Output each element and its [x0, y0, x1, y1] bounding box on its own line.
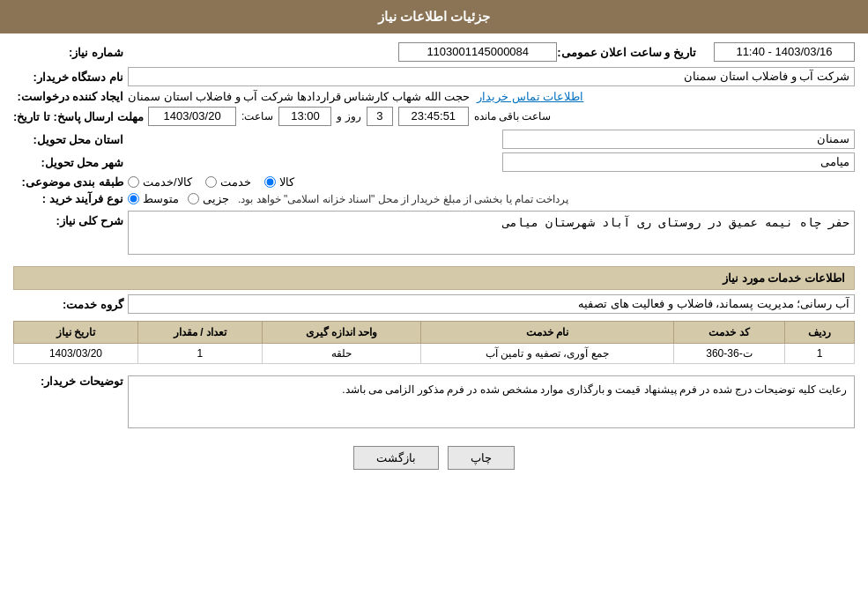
label-toseahKharidbar: توضیحات خریدار:: [13, 375, 128, 388]
radio-kala-khadamat[interactable]: [128, 176, 139, 188]
col-namKhadamat: نام خدمت: [421, 322, 673, 344]
radio-label-kala-khadamat: کالا/خدمت: [143, 175, 192, 189]
row-namDastgah: نام دستگاه خریدار: شرکت آب و فاضلاب استا…: [13, 67, 855, 86]
radio-label-kala: کالا: [279, 175, 294, 189]
field-mohlatRoz: 3: [367, 107, 393, 126]
radio-item-kala: کالا: [264, 175, 294, 189]
value-toseahKharidbar-container: رعایت کلیه توضیحات درج شده در فرم پیشنها…: [128, 371, 855, 433]
label-tarifeBandi: طبقه بندی موضوعی:: [13, 175, 128, 189]
field-groohKhadamat: آب رسانی؛ مدیریت پسماند، فاضلاب و فعالیت…: [128, 294, 855, 314]
label-shahrTahvil: شهر محل تحویل:: [13, 156, 128, 169]
row-sharhKolli: شرح کلی نیاز:: [13, 211, 855, 257]
radio-kala[interactable]: [264, 176, 276, 188]
radio-item-kala-khadamat: کالا/خدمت: [128, 175, 192, 189]
row-toseahKharidbar: توضیحات خریدار: رعایت کلیه توضیحات درج ش…: [13, 371, 855, 433]
label-groohKhadamat: گروه خدمت:: [13, 298, 128, 311]
page-header: جزئیات اطلاعات نیاز: [0, 0, 868, 33]
value-sharhKolli-container: [128, 211, 855, 257]
col-tarikh: تاریخ نیاز: [14, 322, 138, 344]
row-tarifeBandi: طبقه بندی موضوعی: کالا/خدمت خدمت کالا: [13, 175, 855, 189]
row-ostanTahvil: استان محل تحویل: سمنان: [13, 130, 855, 149]
cell-kodKhadamat: ت-36-360: [673, 344, 785, 364]
label-sharhKolli: شرح کلی نیاز:: [13, 214, 128, 227]
value-tarifeBandi-container: کالا/خدمت خدمت کالا: [128, 175, 855, 189]
label-noeFarayand: نوع فرآیند خرید :: [13, 192, 128, 205]
services-table: ردیف کد خدمت نام خدمت واحد اندازه گیری ت…: [13, 321, 855, 364]
label-namDastgah: نام دستگاه خریدار:: [13, 71, 128, 84]
row-ijadKonande: ایجاد کننده درخواست: حجت الله شهاب کارشن…: [13, 90, 855, 103]
field-mohlatManandeh: 23:45:51: [398, 107, 469, 126]
value-noeFarayand-container: متوسط جزیی پرداخت تمام یا بخشی از مبلغ خ…: [128, 192, 855, 205]
field-mohlatSaat: 13:00: [278, 107, 331, 126]
radio-item-jozei: جزیی: [188, 192, 229, 205]
label-taarichElam: تاریخ و ساعت اعلان عمومی:: [557, 46, 696, 59]
field-toseahKharidbar: رعایت کلیه توضیحات درج شده در فرم پیشنها…: [128, 375, 855, 428]
value-mohlatErsal-container: 1403/03/20 ساعت: 13:00 روز و 3 23:45:51 …: [148, 107, 855, 126]
radio-label-motavaset: متوسط: [143, 192, 179, 205]
field-ostanTahvil: سمنان: [502, 130, 855, 149]
cell-tedad: 1: [137, 344, 262, 364]
field-sharhKolliNiaz[interactable]: [128, 211, 855, 255]
radio-group-noeFarayand: متوسط جزیی: [128, 192, 229, 205]
radio-item-khadamat: خدمت: [205, 175, 251, 189]
row-noeFarayand: نوع فرآیند خرید : متوسط جزیی پرداخت تمام…: [13, 192, 855, 205]
field-mohlatDate: 1403/03/20: [148, 107, 236, 126]
value-ostanTahvil-container: سمنان: [128, 130, 855, 149]
label-mohlatRoz: روز و: [337, 110, 360, 123]
row-groohKhadamat: گروه خدمت: آب رسانی؛ مدیریت پسماند، فاضل…: [13, 294, 855, 314]
page-title: جزئیات اطلاعات نیاز: [378, 9, 490, 24]
col-kodKhadamat: کد خدمت: [673, 322, 785, 344]
radio-khadamat[interactable]: [205, 176, 217, 188]
radio-label-jozei: جزیی: [203, 192, 229, 205]
button-row: چاپ بازگشت: [13, 446, 855, 470]
label-mohlatErsal: مهلت ارسال پاسخ: تا تاریخ:: [13, 110, 148, 123]
radio-group-tarifeBandi: کالا/خدمت خدمت کالا: [128, 175, 855, 189]
info-value-area: 1103001145000084: [128, 42, 557, 62]
radio-jozei[interactable]: [188, 193, 199, 204]
label-shomareNiaz: شماره نیاز:: [13, 46, 128, 59]
radio-label-khadamat: خدمت: [220, 175, 251, 189]
value-ijadKonande-container: حجت الله شهاب کارشناس قراردادها شرکت آب …: [128, 90, 855, 103]
radio-motavaset[interactable]: [128, 193, 139, 204]
section-title-khadamat: اطلاعات خدمات مورد نیاز: [13, 266, 855, 290]
row-shomareNiaz: شماره نیاز: 1103001145000084 تاریخ و ساع…: [13, 42, 855, 62]
main-content: شماره نیاز: 1103001145000084 تاریخ و ساع…: [0, 33, 868, 487]
col-tedad: تعداد / مقدار: [137, 322, 262, 344]
field-shahrTahvil: میامی: [502, 152, 855, 172]
link-ittelaatTamas[interactable]: اطلاعات تماس خریدار: [477, 90, 583, 103]
value-groohKhadamat-container: آب رسانی؛ مدیریت پسماند، فاضلاب و فعالیت…: [128, 294, 855, 314]
field-shomareNiaz: 1103001145000084: [398, 42, 557, 62]
btn-chap[interactable]: چاپ: [448, 446, 515, 470]
table-row: 1 ت-36-360 جمع آوری، تصفیه و تامین آب حل…: [14, 344, 855, 364]
radio-item-motavaset: متوسط: [128, 192, 179, 205]
value-namDastgah-container: شرکت آب و فاضلاب استان سمنان: [128, 67, 855, 86]
cell-namKhadamat: جمع آوری، تصفیه و تامین آب: [421, 344, 673, 364]
noeFarayand-extra-text: پرداخت تمام یا بخشی از مبلغ خریدار از مح…: [238, 193, 568, 205]
field-namDastgah: شرکت آب و فاضلاب استان سمنان: [128, 67, 855, 86]
cell-radif: 1: [785, 344, 855, 364]
col-vahed: واحد اندازه گیری: [262, 322, 420, 344]
field-ijadKonande: حجت الله شهاب کارشناس قراردادها شرکت آب …: [128, 90, 470, 103]
table-header: ردیف کد خدمت نام خدمت واحد اندازه گیری ت…: [14, 322, 855, 344]
cell-vahed: حلقه: [262, 344, 420, 364]
label-ijadKonande: ایجاد کننده درخواست:: [13, 90, 128, 103]
field-taarichElam: 1403/03/16 - 11:40: [714, 42, 855, 62]
label-ostanTahvil: استان محل تحویل:: [13, 133, 128, 146]
label-mohlatManandeh: ساعت باقی مانده: [474, 110, 552, 123]
cell-tarikh: 1403/03/20: [14, 344, 138, 364]
col-radif: ردیف: [785, 322, 855, 344]
label-mohlatSaat: ساعت:: [241, 110, 273, 123]
page-wrapper: جزئیات اطلاعات نیاز شماره نیاز: 11030011…: [0, 0, 868, 609]
row-mohlatErsalPasokh: مهلت ارسال پاسخ: تا تاریخ: 1403/03/20 سا…: [13, 107, 855, 126]
btn-bazgasht[interactable]: بازگشت: [353, 446, 439, 470]
table-body: 1 ت-36-360 جمع آوری، تصفیه و تامین آب حل…: [14, 344, 855, 364]
row-shahrTahvil: شهر محل تحویل: میامی: [13, 152, 855, 172]
value-shahrTahvil-container: میامی: [128, 152, 855, 172]
